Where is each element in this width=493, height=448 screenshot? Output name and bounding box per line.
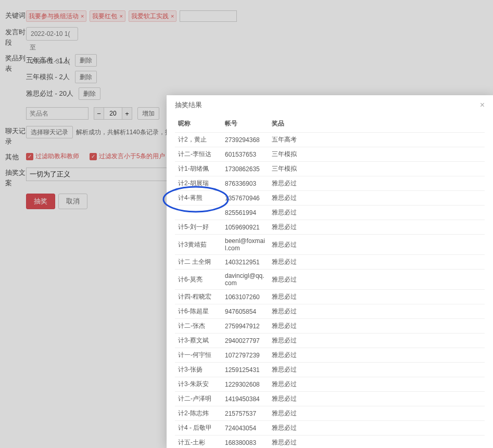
- tag-text: 我要红包: [92, 12, 117, 21]
- cell-acct: 1229302608: [222, 377, 269, 392]
- check-icon: ✓: [26, 153, 33, 160]
- filter-few-checkbox[interactable]: ✓ 过滤发言小于5条的用户: [90, 152, 165, 161]
- delete-prize-button[interactable]: 删除: [79, 87, 100, 100]
- prize-item: 三年模拟 - 2人 删除: [26, 70, 488, 84]
- cell-nick: 计1-胡绪佩: [175, 162, 222, 176]
- cell-nick: 计4-蒋熊: [175, 191, 222, 206]
- col-acct-header: 帐号: [222, 115, 269, 133]
- stepper-plus[interactable]: +: [122, 107, 132, 120]
- close-icon[interactable]: ×: [119, 13, 122, 19]
- cell-nick: 计一-何宇恒: [175, 348, 222, 363]
- row-keywords: 关键词 我要参与换组活动 × 我要红包 × 我爱软工实践 ×: [5, 10, 488, 22]
- cancel-button[interactable]: 取消: [58, 194, 87, 209]
- table-row: 计4-蒋熊1357670946雅思必过: [175, 191, 485, 206]
- cell-nick: 计6-陈超星: [175, 304, 222, 319]
- cell-acct: 1059690921: [222, 220, 269, 235]
- cell-acct: 168380083: [222, 436, 269, 449]
- keyword-input[interactable]: [180, 10, 237, 22]
- cell-nick: 计二 土全炯: [175, 255, 222, 270]
- add-prize-button[interactable]: 增加: [137, 107, 159, 120]
- cell-nick: 计5-刘一好: [175, 220, 222, 235]
- table-row: 计二-张杰2759947912雅思必过: [175, 319, 485, 334]
- cell-prize: 雅思必过: [269, 255, 485, 270]
- cell-prize: 雅思必过: [269, 220, 485, 235]
- prize-text: 三年模拟 - 2人: [26, 72, 70, 82]
- table-row: 计2-陈志炜215757537雅思必过: [175, 406, 485, 421]
- cell-prize: 雅思必过: [269, 304, 485, 319]
- table-row: 计4 - 后敬甲724043054雅思必过: [175, 421, 485, 436]
- time-range-inputs: 至: [26, 27, 78, 41]
- date-from-input[interactable]: [29, 28, 75, 40]
- modal-body[interactable]: 昵称 帐号 奖品 计2，黄止2739294368五年高考计二-李恒达601537…: [167, 115, 493, 448]
- results-table: 昵称 帐号 奖品 计2，黄止2739294368五年高考计二-李恒达601537…: [175, 115, 485, 448]
- prize-name-input[interactable]: [26, 107, 89, 120]
- cell-prize: 雅思必过: [269, 319, 485, 334]
- cell-nick: 计3-朱跃安: [175, 377, 222, 392]
- prize-count-input[interactable]: [104, 107, 122, 120]
- cell-nick: 计2-胡展瑞: [175, 176, 222, 191]
- cell-prize: 五年高考: [269, 133, 485, 147]
- close-icon[interactable]: ×: [171, 13, 174, 19]
- cell-acct: 1357670946: [222, 191, 269, 206]
- cell-acct: 1730862635: [222, 162, 269, 176]
- delete-prize-button[interactable]: 删除: [75, 54, 97, 67]
- table-row: 计3黄靖茹beenl@foxmail.com雅思必过: [175, 235, 485, 255]
- results-modal: 抽奖结果 × 昵称 帐号 奖品 计2，黄止2739294368五年高考计二-李恒…: [167, 95, 493, 448]
- cell-nick: 计3黄靖茹: [175, 235, 222, 255]
- cell-nick: 计2，黄止: [175, 133, 222, 147]
- cell-acct: 601537653: [222, 147, 269, 162]
- delete-prize-button[interactable]: 删除: [75, 71, 97, 83]
- cell-nick: 计二-李恒达: [175, 147, 222, 162]
- choose-chatlog-button[interactable]: 选择聊天记录: [26, 126, 73, 138]
- cell-nick: 计4 - 后敬甲: [175, 421, 222, 436]
- filter-ta-checkbox[interactable]: ✓ 过滤助教和教师: [26, 152, 79, 161]
- cell-acct: 1072797239: [222, 348, 269, 363]
- prize-text: 雅思必过 - 20人: [26, 89, 73, 98]
- cell-nick: 计3-张扬: [175, 363, 222, 377]
- keyword-tag[interactable]: 我爱软工实践 ×: [129, 10, 176, 22]
- cell-acct: 2940027797: [222, 334, 269, 348]
- tag-text: 我要参与换组活动: [29, 12, 79, 21]
- tag-text: 我爱软工实践: [131, 12, 169, 21]
- cell-prize: 雅思必过: [269, 436, 485, 449]
- cell-acct: 1419450384: [222, 392, 269, 406]
- label-time-range: 发言时段: [5, 27, 26, 48]
- label-slogan: 抽奖文案: [5, 168, 26, 188]
- cell-nick: 计二-张杰: [175, 319, 222, 334]
- modal-header: 抽奖结果 ×: [167, 95, 493, 115]
- cell-prize: 雅思必过: [269, 363, 485, 377]
- cell-acct: 1259125431: [222, 363, 269, 377]
- prize-text: 五年高考 - 1人: [26, 56, 70, 65]
- cell-prize: 雅思必过: [269, 406, 485, 421]
- table-row: 计二-李恒达601537653三年模拟: [175, 147, 485, 162]
- cell-prize: 雅思必过: [269, 377, 485, 392]
- keyword-tag[interactable]: 我要红包 ×: [90, 10, 125, 22]
- cell-nick: 计五-土彬: [175, 436, 222, 449]
- cell-prize: 雅思必过: [269, 421, 485, 436]
- cell-nick: 计二-卢泽明: [175, 392, 222, 406]
- table-row: 计3-蔡文斌2940027797雅思必过: [175, 334, 485, 348]
- cell-nick: 计6-莫亮: [175, 270, 222, 290]
- table-row: 计五-土彬168380083雅思必过: [175, 436, 485, 449]
- filter-ta-label: 过滤助教和教师: [35, 152, 79, 161]
- close-icon[interactable]: ×: [81, 13, 84, 19]
- col-nick-header: 昵称: [175, 115, 222, 133]
- cell-acct: 825561994: [222, 206, 269, 220]
- draw-button[interactable]: 抽奖: [26, 194, 55, 209]
- table-row: 计3-朱跃安1229302608雅思必过: [175, 377, 485, 392]
- row-time-range: 发言时段 至: [5, 27, 488, 48]
- stepper-minus[interactable]: −: [94, 107, 104, 120]
- keyword-tag[interactable]: 我要参与换组活动 ×: [26, 10, 86, 22]
- cell-prize: 雅思必过: [269, 290, 485, 304]
- filter-few-label: 过滤发言小于5条的用户: [99, 152, 165, 161]
- close-icon[interactable]: ×: [480, 100, 485, 110]
- table-row: 计一-何宇恒1072797239雅思必过: [175, 348, 485, 363]
- label-prizes: 奖品列表: [5, 53, 26, 74]
- date-sep: 至: [30, 43, 36, 52]
- table-row: 计四-程晓宏1063107260雅思必过: [175, 290, 485, 304]
- table-row: 计3-张扬1259125431雅思必过: [175, 363, 485, 377]
- label-chatlog: 聊天记录: [5, 126, 26, 147]
- cell-acct: 724043054: [222, 421, 269, 436]
- cell-prize: 雅思必过: [269, 334, 485, 348]
- prize-count-stepper: − +: [94, 107, 132, 120]
